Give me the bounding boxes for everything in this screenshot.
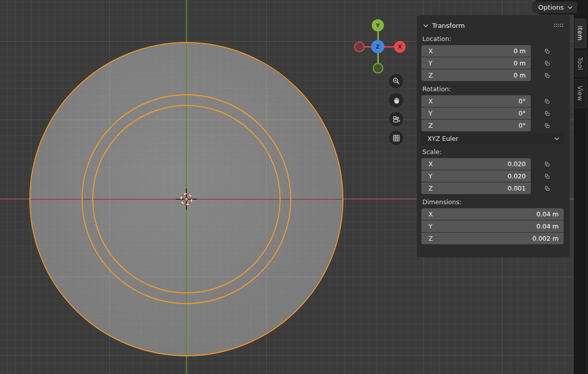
navigation-gizmo[interactable]: Y Z X xyxy=(349,15,408,74)
field-value: 0.020 xyxy=(507,160,526,168)
transform-panel: Transform Location:X0 m Y0 m Z0 m Rotati… xyxy=(417,15,570,257)
tab-label: Tool xyxy=(576,57,583,70)
sidebar-tab-item[interactable]: Item xyxy=(574,19,586,48)
gizmo-y-negative-ball[interactable] xyxy=(373,63,383,73)
unlock-icon xyxy=(544,98,551,104)
gizmo-y-positive-ball[interactable]: Y xyxy=(372,19,384,31)
field-value: 0° xyxy=(519,122,526,129)
lock-toggle[interactable] xyxy=(531,182,564,194)
axis-label: X xyxy=(428,160,433,168)
axis-label: Y xyxy=(428,109,433,117)
lock-toggle[interactable] xyxy=(531,57,564,69)
gizmo-x-label: X xyxy=(398,44,402,50)
lock-toggle[interactable] xyxy=(531,69,564,81)
gizmo-x-negative-ball[interactable] xyxy=(354,42,365,52)
field-value: 0.002 m xyxy=(532,235,559,242)
dimensions-x-field[interactable]: X0.04 m xyxy=(421,208,564,220)
sidebar-tab-tool[interactable]: Tool xyxy=(574,51,586,77)
options-dropdown-button[interactable]: Options xyxy=(532,2,577,13)
axis-label: Y xyxy=(428,59,433,67)
section-label: Dimensions: xyxy=(421,195,564,208)
rotation-x-field[interactable]: X0° xyxy=(421,95,531,107)
tab-label: View xyxy=(576,86,583,101)
pan-button[interactable] xyxy=(389,93,403,107)
chevron-down-icon xyxy=(567,5,573,10)
axis-label: X xyxy=(428,97,433,105)
unlock-icon xyxy=(544,122,551,129)
lock-toggle[interactable] xyxy=(531,158,564,170)
rotation-mode-select[interactable]: XYZ Euler xyxy=(421,133,564,144)
field-value: 0.04 m xyxy=(536,222,559,230)
field-value: 0.020 xyxy=(507,172,526,180)
gizmo-y-label: Y xyxy=(376,22,380,29)
unlock-icon xyxy=(544,72,551,79)
unlock-icon xyxy=(544,161,551,167)
zoom-button[interactable] xyxy=(389,74,403,88)
rotation-z-field[interactable]: Z0° xyxy=(421,120,531,131)
section-label: Location: xyxy=(421,31,564,45)
panel-title: Transform xyxy=(432,22,465,29)
section-label: Scale: xyxy=(421,144,564,158)
gizmo-x-positive-ball[interactable]: X xyxy=(394,41,406,53)
unlock-icon xyxy=(544,48,551,54)
chevron-down-icon xyxy=(554,136,560,141)
rotation-y-field[interactable]: Y0° xyxy=(421,107,531,119)
field-value: 0° xyxy=(519,109,526,117)
options-label: Options xyxy=(538,4,564,11)
lock-toggle[interactable] xyxy=(531,95,564,107)
lock-toggle[interactable] xyxy=(531,170,564,182)
section-dimensions: Dimensions:X0.04 mY0.04 mZ0.002 m xyxy=(421,195,564,244)
field-value: 0.04 m xyxy=(536,210,559,218)
perspective-toggle-button[interactable] xyxy=(389,131,403,145)
pan-icon xyxy=(392,96,401,105)
dimensions-y-field[interactable]: Y0.04 m xyxy=(421,220,564,232)
chevron-down-icon xyxy=(423,23,428,28)
section-scale: Scale:X0.020 Y0.020 Z0.001 xyxy=(421,144,564,194)
camera-view-button[interactable] xyxy=(389,112,403,126)
lock-toggle[interactable] xyxy=(531,120,564,131)
unlock-icon xyxy=(544,60,551,66)
camera-icon xyxy=(391,115,401,124)
gizmo-z-ball[interactable]: Z xyxy=(371,40,384,53)
axis-label: Y xyxy=(428,172,433,180)
axis-label: X xyxy=(428,47,433,55)
scale-x-field[interactable]: X0.020 xyxy=(421,158,531,170)
axis-label: Z xyxy=(428,71,433,79)
lock-toggle[interactable] xyxy=(531,107,564,119)
dimensions-z-field[interactable]: Z0.002 m xyxy=(421,233,564,244)
3d-cursor-icon xyxy=(174,187,199,211)
field-value: 0 m xyxy=(514,59,526,67)
section-rotation: Rotation:X0° Y0° Z0° XYZ Euler xyxy=(421,82,564,144)
location-y-field[interactable]: Y0 m xyxy=(421,57,531,69)
section-label: Rotation: xyxy=(421,82,564,95)
section-location: Location:X0 m Y0 m Z0 m xyxy=(421,31,564,81)
lock-toggle[interactable] xyxy=(531,45,564,57)
axis-label: X xyxy=(428,210,433,218)
location-z-field[interactable]: Z0 m xyxy=(421,69,531,81)
unlock-icon xyxy=(544,185,551,192)
gizmo-z-label: Z xyxy=(376,44,380,50)
unlock-icon xyxy=(544,173,551,179)
transform-panel-header[interactable]: Transform xyxy=(421,19,564,31)
tab-label: Item xyxy=(576,26,583,41)
axis-label: Z xyxy=(428,184,433,192)
sidebar-tab-view[interactable]: View xyxy=(574,79,586,108)
grid-icon xyxy=(392,134,401,142)
scale-y-field[interactable]: Y0.020 xyxy=(421,170,531,182)
axis-label: Z xyxy=(428,122,433,129)
zoom-icon xyxy=(391,77,401,86)
axis-label: Z xyxy=(428,235,433,242)
location-x-field[interactable]: X0 m xyxy=(421,45,531,57)
unlock-icon xyxy=(544,110,551,117)
blender-3d-viewport: Y Z X ItemToolView xyxy=(0,0,588,374)
axis-label: Y xyxy=(428,222,433,230)
field-value: 0 m xyxy=(514,47,526,55)
rotation-mode-value: XYZ Euler xyxy=(427,135,458,142)
field-value: 0.001 xyxy=(507,184,526,192)
panel-drag-grip[interactable] xyxy=(554,23,564,27)
field-value: 0 m xyxy=(514,71,526,79)
field-value: 0° xyxy=(519,97,526,105)
scale-z-field[interactable]: Z0.001 xyxy=(421,182,531,194)
